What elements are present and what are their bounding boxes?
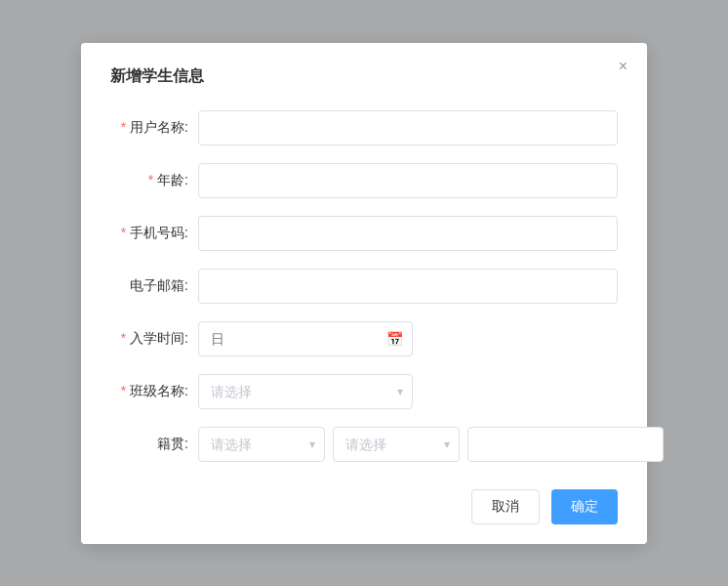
email-label: 电子邮箱:	[110, 277, 198, 295]
enroll-time-field-row: 入学时间: 📅	[110, 321, 618, 356]
confirm-button[interactable]: 确定	[551, 489, 618, 524]
hometown-province-select-wrap: 请选择 ▾	[198, 427, 325, 462]
username-input[interactable]	[198, 110, 618, 146]
hometown-province-select[interactable]: 请选择	[198, 427, 325, 462]
enroll-time-input[interactable]	[198, 321, 413, 356]
username-field-row: 用户名称:	[110, 110, 618, 146]
dialog-overlay: 新增学生信息 × 用户名称: 年龄: 手机号码: 电子邮箱: 入学时间: 📅	[0, 0, 728, 586]
hometown-city-select-wrap: 请选择 ▾	[333, 427, 460, 462]
age-field-row: 年龄:	[110, 163, 618, 198]
class-label: 班级名称:	[110, 383, 198, 400]
dialog-footer: 取消 确定	[110, 489, 618, 524]
dialog: 新增学生信息 × 用户名称: 年龄: 手机号码: 电子邮箱: 入学时间: 📅	[81, 43, 647, 544]
class-select-wrap: 请选择 ▾	[198, 374, 413, 409]
username-label: 用户名称:	[110, 119, 198, 137]
phone-input[interactable]	[198, 216, 618, 251]
hometown-detail-input[interactable]	[467, 427, 664, 462]
hometown-field-row: 籍贯: 请选择 ▾ 请选择 ▾	[110, 427, 618, 462]
cancel-button[interactable]: 取消	[471, 489, 540, 524]
hometown-controls: 请选择 ▾ 请选择 ▾	[198, 427, 664, 462]
hometown-city-select[interactable]: 请选择	[333, 427, 460, 462]
age-label: 年龄:	[110, 172, 198, 189]
class-field-row: 班级名称: 请选择 ▾	[110, 374, 618, 409]
class-select[interactable]: 请选择	[198, 374, 413, 409]
dialog-title: 新增学生信息	[110, 66, 618, 87]
email-input[interactable]	[198, 269, 618, 304]
age-input[interactable]	[198, 163, 618, 198]
phone-label: 手机号码:	[110, 225, 198, 242]
close-button[interactable]: ×	[619, 59, 627, 74]
phone-field-row: 手机号码:	[110, 216, 618, 251]
enroll-time-label: 入学时间:	[110, 330, 198, 348]
email-field-row: 电子邮箱:	[110, 269, 618, 304]
date-input-wrap: 📅	[198, 321, 413, 356]
hometown-label: 籍贯:	[110, 436, 198, 453]
